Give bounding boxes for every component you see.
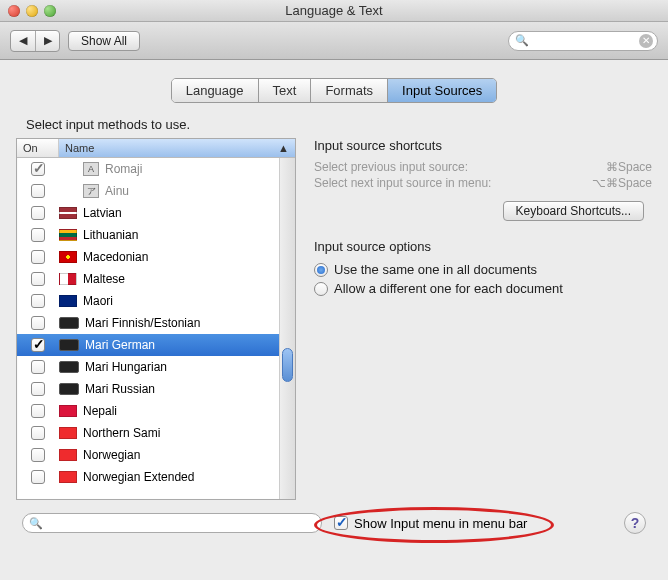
column-header-name-label: Name xyxy=(65,142,94,154)
row-checkbox[interactable] xyxy=(31,338,45,352)
window-title: Language & Text xyxy=(0,3,668,18)
row-checkbox[interactable] xyxy=(31,272,45,286)
nav-segmented: ◀ ▶ xyxy=(10,30,60,52)
table-row[interactable]: Nepali xyxy=(17,400,295,422)
keyboard-icon xyxy=(59,317,79,329)
column-header-on[interactable]: On xyxy=(17,139,59,157)
option-diff-row[interactable]: Allow a different one for each document xyxy=(314,279,652,298)
row-checkbox[interactable] xyxy=(31,206,45,220)
shortcuts-heading: Input source shortcuts xyxy=(314,138,652,153)
option-same-label: Use the same one in all documents xyxy=(334,262,537,277)
toolbar-search[interactable]: 🔍 ✕ xyxy=(508,31,658,51)
radio-diff[interactable] xyxy=(314,282,328,296)
table-row[interactable]: Northern Sami xyxy=(17,422,295,444)
table-row[interactable]: Mari Hungarian xyxy=(17,356,295,378)
table-row[interactable]: Lithuanian xyxy=(17,224,295,246)
row-checkbox[interactable] xyxy=(31,448,45,462)
search-icon: 🔍 xyxy=(515,34,529,47)
flag-icon xyxy=(59,449,77,461)
table-row[interactable]: Mari Russian xyxy=(17,378,295,400)
table-row[interactable]: Norwegian Extended xyxy=(17,466,295,488)
flag-icon xyxy=(59,229,77,241)
row-label: Maori xyxy=(83,294,113,308)
tab-text[interactable]: Text xyxy=(259,79,312,102)
row-checkbox[interactable] xyxy=(31,294,45,308)
row-checkbox[interactable] xyxy=(31,404,45,418)
shortcut-prev-keys: ⌘Space xyxy=(606,160,652,174)
table-row[interactable]: Norwegian xyxy=(17,444,295,466)
flag-icon xyxy=(59,405,77,417)
list-scrollbar[interactable] xyxy=(279,158,295,499)
input-methods-table: On Name ▲ ARomajiアAinuLatvianLithuanianM… xyxy=(16,138,296,500)
sort-indicator-icon: ▲ xyxy=(278,142,289,154)
table-row[interactable]: Maltese xyxy=(17,268,295,290)
keyboard-icon xyxy=(59,383,79,395)
search-icon: 🔍 xyxy=(29,517,43,530)
back-button[interactable]: ◀ xyxy=(11,31,35,51)
row-checkbox[interactable] xyxy=(31,162,45,176)
keyboard-shortcuts-button[interactable]: Keyboard Shortcuts... xyxy=(503,201,644,221)
row-label: Northern Sami xyxy=(83,426,160,440)
row-checkbox[interactable] xyxy=(31,470,45,484)
search-input[interactable] xyxy=(533,35,651,47)
show-input-menu-row[interactable]: Show Input menu in menu bar xyxy=(334,516,527,531)
forward-button[interactable]: ▶ xyxy=(35,31,59,51)
row-checkbox[interactable] xyxy=(31,382,45,396)
table-row[interactable]: ARomaji xyxy=(17,158,295,180)
option-same-row[interactable]: Use the same one in all documents xyxy=(314,260,652,279)
row-label: Maltese xyxy=(83,272,125,286)
help-button[interactable]: ? xyxy=(624,512,646,534)
row-checkbox[interactable] xyxy=(31,228,45,242)
row-label: Norwegian xyxy=(83,448,140,462)
window-toolbar: ◀ ▶ Show All 🔍 ✕ xyxy=(0,22,668,60)
row-label: Romaji xyxy=(105,162,142,176)
flag-icon xyxy=(59,427,77,439)
option-diff-label: Allow a different one for each document xyxy=(334,281,563,296)
tab-bar: Language Text Formats Input Sources xyxy=(16,78,652,103)
show-input-menu-label: Show Input menu in menu bar xyxy=(354,516,527,531)
row-label: Latvian xyxy=(83,206,122,220)
shortcut-prev-label: Select previous input source: xyxy=(314,160,468,174)
table-row[interactable]: アAinu xyxy=(17,180,295,202)
table-row[interactable]: Mari German xyxy=(17,334,295,356)
row-label: Mari German xyxy=(85,338,155,352)
shortcut-next-keys: ⌥⌘Space xyxy=(592,176,652,190)
tab-formats[interactable]: Formats xyxy=(311,79,388,102)
flag-icon xyxy=(59,471,77,483)
row-label: Mari Hungarian xyxy=(85,360,167,374)
flag-icon xyxy=(59,251,77,263)
scrollbar-thumb[interactable] xyxy=(282,348,293,382)
row-label: Lithuanian xyxy=(83,228,138,242)
row-checkbox[interactable] xyxy=(31,426,45,440)
options-heading: Input source options xyxy=(314,239,652,254)
row-checkbox[interactable] xyxy=(31,360,45,374)
row-label: Mari Finnish/Estonian xyxy=(85,316,200,330)
shortcut-next-label: Select next input source in menu: xyxy=(314,176,491,190)
zoom-icon[interactable] xyxy=(44,5,56,17)
table-row[interactable]: Macedonian xyxy=(17,246,295,268)
tab-input-sources[interactable]: Input Sources xyxy=(388,79,496,102)
table-row[interactable]: Maori xyxy=(17,290,295,312)
radio-same[interactable] xyxy=(314,263,328,277)
keyboard-icon xyxy=(59,339,79,351)
table-row[interactable]: Latvian xyxy=(17,202,295,224)
table-row[interactable]: Mari Finnish/Estonian xyxy=(17,312,295,334)
char-icon: A xyxy=(83,162,99,176)
char-icon: ア xyxy=(83,184,99,198)
column-header-name[interactable]: Name ▲ xyxy=(59,139,295,157)
filter-input[interactable] xyxy=(47,517,315,529)
window-titlebar: Language & Text xyxy=(0,0,668,22)
show-all-button[interactable]: Show All xyxy=(68,31,140,51)
row-label: Norwegian Extended xyxy=(83,470,194,484)
show-input-menu-checkbox[interactable] xyxy=(334,516,348,530)
row-checkbox[interactable] xyxy=(31,184,45,198)
flag-icon xyxy=(59,295,77,307)
minimize-icon[interactable] xyxy=(26,5,38,17)
row-label: Nepali xyxy=(83,404,117,418)
row-checkbox[interactable] xyxy=(31,250,45,264)
clear-search-icon[interactable]: ✕ xyxy=(639,34,653,48)
filter-search[interactable]: 🔍 xyxy=(22,513,322,533)
close-icon[interactable] xyxy=(8,5,20,17)
row-checkbox[interactable] xyxy=(31,316,45,330)
tab-language[interactable]: Language xyxy=(172,79,259,102)
